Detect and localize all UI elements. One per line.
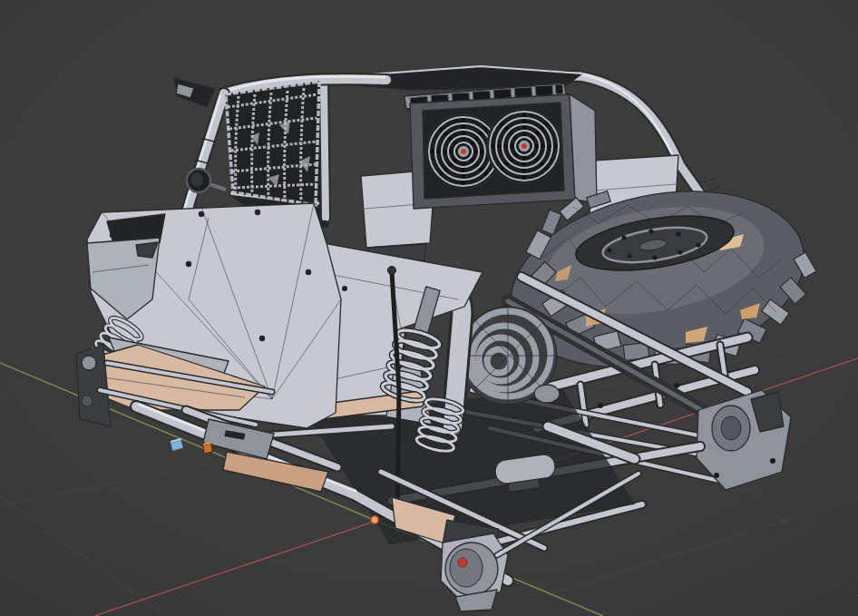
blender-3d-viewport[interactable] (0, 0, 858, 616)
viewport-canvas[interactable] (0, 0, 858, 616)
world-origin-marker[interactable] (371, 516, 379, 524)
marker-cube-orange[interactable] (203, 442, 212, 454)
fan-hub-dot (461, 149, 466, 154)
radiator[interactable] (410, 94, 597, 209)
hub-origin-dot (458, 558, 467, 567)
muffler-outlet (534, 385, 560, 403)
window-net[interactable] (226, 82, 319, 205)
fan-hub-dot (522, 143, 527, 149)
cooling-fan-right[interactable] (487, 109, 561, 183)
